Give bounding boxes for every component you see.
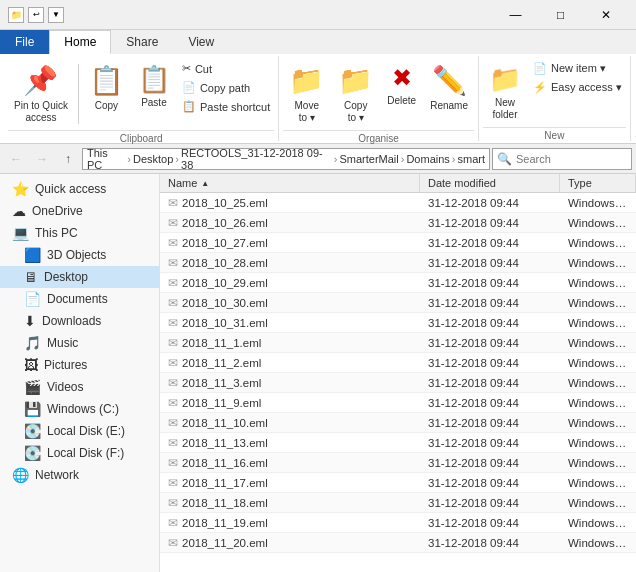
file-cell-name-2: ✉ 2018_10_27.eml: [160, 235, 420, 251]
tab-view[interactable]: View: [173, 30, 229, 54]
path-sep1: ›: [127, 153, 131, 165]
sidebar-item-music[interactable]: 🎵Music: [0, 332, 159, 354]
sidebar-item-pictures[interactable]: 🖼Pictures: [0, 354, 159, 376]
pin-to-quickaccess-button[interactable]: 📌 Pin to Quickaccess: [8, 60, 74, 128]
paste-button[interactable]: 📋 Paste: [132, 60, 176, 113]
table-row[interactable]: ✉ 2018_11_20.eml 31-12-2018 09:44 Window…: [160, 533, 636, 553]
file-cell-type-13: Windows Live M: [560, 456, 636, 470]
forward-button[interactable]: →: [30, 147, 54, 171]
sidebar-item-locale[interactable]: 💽Local Disk (E:): [0, 420, 159, 442]
table-row[interactable]: ✉ 2018_10_30.eml 31-12-2018 09:44 Window…: [160, 293, 636, 313]
table-row[interactable]: ✉ 2018_10_28.eml 31-12-2018 09:44 Window…: [160, 253, 636, 273]
paste-icon: 📋: [138, 64, 170, 95]
file-cell-date-11: 31-12-2018 09:44: [420, 416, 560, 430]
sidebar-label-thispc: This PC: [35, 226, 78, 240]
ribbon-group-open: 🔲 Prope...: [631, 56, 636, 141]
path-sep3: ›: [334, 153, 338, 165]
sidebar-item-3dobjects[interactable]: 🟦3D Objects: [0, 244, 159, 266]
easyaccess-label: Easy access ▾: [551, 81, 622, 94]
file-name-10: 2018_11_9.eml: [182, 397, 261, 409]
table-row[interactable]: ✉ 2018_11_2.eml 31-12-2018 09:44 Windows…: [160, 353, 636, 373]
table-row[interactable]: ✉ 2018_10_31.eml 31-12-2018 09:44 Window…: [160, 313, 636, 333]
windowsc-icon: 💾: [24, 401, 41, 417]
table-row[interactable]: ✉ 2018_10_27.eml 31-12-2018 09:44 Window…: [160, 233, 636, 253]
table-row[interactable]: ✉ 2018_10_25.eml 31-12-2018 09:44 Window…: [160, 193, 636, 213]
email-icon-8: ✉: [168, 356, 178, 370]
sidebar-item-downloads[interactable]: ⬇Downloads: [0, 310, 159, 332]
tab-file[interactable]: File: [0, 30, 49, 54]
localf-icon: 💽: [24, 445, 41, 461]
table-row[interactable]: ✉ 2018_11_13.eml 31-12-2018 09:44 Window…: [160, 433, 636, 453]
table-row[interactable]: ✉ 2018_11_1.eml 31-12-2018 09:44 Windows…: [160, 333, 636, 353]
path-sep2: ›: [175, 153, 179, 165]
copyto-button[interactable]: 📁 Copyto ▾: [332, 60, 379, 128]
newfolder-icon: 📁: [489, 64, 521, 95]
tab-home[interactable]: Home: [49, 30, 111, 54]
close-button[interactable]: ✕: [583, 0, 628, 30]
sidebar-label-music: Music: [47, 336, 78, 350]
file-list-header: Name ▲ Date modified Type: [160, 174, 636, 193]
file-cell-date-3: 31-12-2018 09:44: [420, 256, 560, 270]
file-cell-type-9: Windows Live M: [560, 376, 636, 390]
divider1: [78, 64, 79, 124]
copypath-button[interactable]: 📄 Copy path: [178, 79, 274, 96]
table-row[interactable]: ✉ 2018_11_9.eml 31-12-2018 09:44 Windows…: [160, 393, 636, 413]
sidebar-item-documents[interactable]: 📄Documents: [0, 288, 159, 310]
sidebar-item-videos[interactable]: 🎬Videos: [0, 376, 159, 398]
easyaccess-button[interactable]: ⚡ Easy access ▾: [529, 79, 626, 96]
minimize-button[interactable]: —: [493, 0, 538, 30]
sidebar-item-onedrive[interactable]: ☁OneDrive: [0, 200, 159, 222]
cut-button[interactable]: ✂ Cut: [178, 60, 274, 77]
col-header-date[interactable]: Date modified: [420, 174, 560, 192]
title-bar-icons: 📁 ↩ ▼: [8, 7, 64, 23]
path-rectools: RECTOOLS_31-12-2018 09-38: [181, 147, 332, 171]
col-header-name[interactable]: Name ▲: [160, 174, 420, 192]
email-icon-2: ✉: [168, 236, 178, 250]
sidebar-item-windowsc[interactable]: 💾Windows (C:): [0, 398, 159, 420]
table-row[interactable]: ✉ 2018_10_26.eml 31-12-2018 09:44 Window…: [160, 213, 636, 233]
table-row[interactable]: ✉ 2018_11_10.eml 31-12-2018 09:44 Window…: [160, 413, 636, 433]
file-name-14: 2018_11_17.eml: [182, 477, 268, 489]
file-cell-name-16: ✉ 2018_11_19.eml: [160, 515, 420, 531]
table-row[interactable]: ✉ 2018_10_29.eml 31-12-2018 09:44 Window…: [160, 273, 636, 293]
rename-button[interactable]: ✏️ Rename: [424, 60, 474, 116]
newitem-button[interactable]: 📄 New item ▾: [529, 60, 626, 77]
table-row[interactable]: ✉ 2018_11_18.eml 31-12-2018 09:44 Window…: [160, 493, 636, 513]
delete-button[interactable]: ✖ Delete: [381, 60, 422, 111]
ribbon-clipboard-buttons: 📌 Pin to Quickaccess 📋 Copy 📋 Paste ✂ Cu…: [8, 58, 274, 130]
ribbon-group-new: 📁 Newfolder 📄 New item ▾ ⚡ Easy access ▾…: [479, 56, 631, 141]
table-row[interactable]: ✉ 2018_11_19.eml 31-12-2018 09:44 Window…: [160, 513, 636, 533]
file-cell-date-9: 31-12-2018 09:44: [420, 376, 560, 390]
sidebar-item-desktop[interactable]: 🖥Desktop: [0, 266, 159, 288]
back-button[interactable]: ←: [4, 147, 28, 171]
table-row[interactable]: ✉ 2018_11_16.eml 31-12-2018 09:44 Window…: [160, 453, 636, 473]
file-cell-type-0: Windows Live M: [560, 196, 636, 210]
email-icon-9: ✉: [168, 376, 178, 390]
address-path[interactable]: This PC › Desktop › RECTOOLS_31-12-2018 …: [82, 148, 490, 170]
search-box[interactable]: 🔍: [492, 148, 632, 170]
copy-button[interactable]: 📋 Copy: [83, 60, 130, 116]
table-row[interactable]: ✉ 2018_11_17.eml 31-12-2018 09:44 Window…: [160, 473, 636, 493]
up-button[interactable]: ↑: [56, 147, 80, 171]
new-label: New: [483, 127, 626, 141]
maximize-button[interactable]: □: [538, 0, 583, 30]
sidebar-item-localf[interactable]: 💽Local Disk (F:): [0, 442, 159, 464]
new-small-group: 📄 New item ▾ ⚡ Easy access ▾: [529, 60, 626, 96]
search-input[interactable]: [516, 153, 627, 165]
sidebar-item-network[interactable]: 🌐Network: [0, 464, 159, 486]
file-name-4: 2018_10_29.eml: [182, 277, 268, 289]
path-desktop: Desktop: [133, 153, 173, 165]
file-cell-name-5: ✉ 2018_10_30.eml: [160, 295, 420, 311]
sidebar-item-quickaccess[interactable]: ⭐Quick access: [0, 178, 159, 200]
sidebar-item-thispc[interactable]: 💻This PC: [0, 222, 159, 244]
ribbon-new-buttons: 📁 Newfolder 📄 New item ▾ ⚡ Easy access ▾: [483, 58, 626, 127]
easyaccess-icon: ⚡: [533, 81, 547, 94]
pasteshortcut-button[interactable]: 📋 Paste shortcut: [178, 98, 274, 115]
file-cell-date-14: 31-12-2018 09:44: [420, 476, 560, 490]
table-row[interactable]: ✉ 2018_11_3.eml 31-12-2018 09:44 Windows…: [160, 373, 636, 393]
col-header-type[interactable]: Type: [560, 174, 636, 192]
moveto-button[interactable]: 📁 Moveto ▾: [283, 60, 330, 128]
newfolder-button[interactable]: 📁 Newfolder: [483, 60, 527, 125]
tab-share[interactable]: Share: [111, 30, 173, 54]
file-cell-date-4: 31-12-2018 09:44: [420, 276, 560, 290]
